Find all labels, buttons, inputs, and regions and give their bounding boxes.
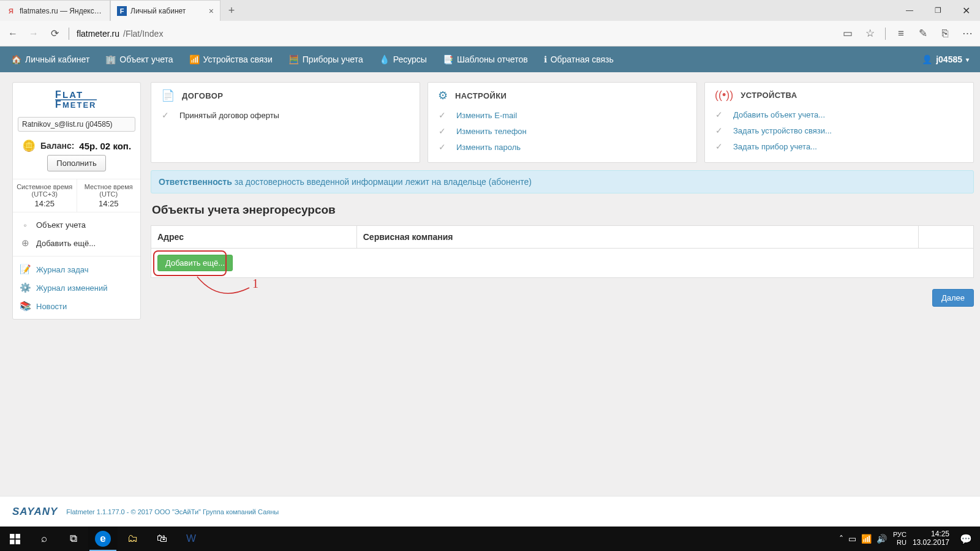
logo: F LAT F METER xyxy=(13,83,140,113)
plus-circle-icon: ⊕ xyxy=(19,238,31,249)
book-icon: 📚 xyxy=(19,301,31,312)
svg-text:METER: METER xyxy=(62,100,97,110)
th-actions xyxy=(919,226,974,249)
more-icon[interactable]: ⋯ xyxy=(960,27,974,40)
devices-set-comm[interactable]: ✓Задать устройство связи... xyxy=(715,122,963,138)
objects-table: Адрес Сервисная компания Добавить ещё...… xyxy=(151,225,974,278)
gear-icon: ⚙ xyxy=(438,89,448,102)
address-bar[interactable]: flatmeter.ru/Flat/Index xyxy=(77,29,834,39)
user-icon: 👤 xyxy=(922,54,932,64)
tray-volume-icon[interactable]: 🔊 xyxy=(876,534,887,544)
pencil-icon: 📝 xyxy=(19,264,31,275)
start-button[interactable] xyxy=(0,527,29,551)
add-more-wrapper: Добавить ещё... 1 xyxy=(157,255,233,271)
new-tab-button[interactable]: + xyxy=(221,0,243,21)
add-more-button[interactable]: Добавить ещё... xyxy=(157,255,233,271)
settings-change-email[interactable]: ✓Изменить E-mail xyxy=(438,107,687,123)
user-email-field[interactable]: Ratnikov_s@list.ru (j04585) xyxy=(18,117,135,132)
dot-icon: ◦ xyxy=(19,220,31,230)
hub-icon[interactable]: ≡ xyxy=(894,28,908,40)
svg-rect-5 xyxy=(10,534,15,539)
next-button[interactable]: Далее xyxy=(932,289,974,307)
check-icon: ✓ xyxy=(438,142,447,152)
sidebar-add-more[interactable]: ⊕Добавить ещё... xyxy=(18,234,135,252)
taskbar-word[interactable]: W xyxy=(176,527,206,551)
nav-personal-cabinet[interactable]: 🏠Личный кабинет xyxy=(11,54,89,64)
broadcast-icon: ((•)) xyxy=(715,89,733,102)
settings-change-phone[interactable]: ✓Изменить телефон xyxy=(438,123,687,139)
favicon-yandex-icon: Я xyxy=(6,6,16,16)
tray-battery-icon[interactable]: ▭ xyxy=(848,534,856,544)
footer-brand: SAYANY xyxy=(12,506,58,517)
balance-value: 45р. 02 коп. xyxy=(79,141,131,151)
reading-view-icon[interactable]: ▭ xyxy=(841,27,854,40)
tray-clock[interactable]: 14:25 13.02.2017 xyxy=(913,530,949,547)
devices-set-meter[interactable]: ✓Задать прибор учета... xyxy=(715,138,963,154)
tab-label: Личный кабинет xyxy=(130,7,205,15)
favorite-icon[interactable]: ☆ xyxy=(863,27,876,40)
signal-icon: 📶 xyxy=(189,54,200,64)
card-settings: ⚙НАСТРОЙКИ ✓Изменить E-mail ✓Изменить те… xyxy=(428,82,697,163)
tab-flatmeter[interactable]: F Личный кабинет × xyxy=(110,0,221,21)
window-minimize-button[interactable]: — xyxy=(895,0,924,21)
forward-icon[interactable]: → xyxy=(27,28,40,39)
nav-resources[interactable]: 💧Ресурсы xyxy=(379,54,427,64)
nav-comm-devices[interactable]: 📶Устройства связи xyxy=(189,54,273,64)
close-tab-icon[interactable]: × xyxy=(209,6,214,16)
taskbar-store[interactable]: 🛍 xyxy=(147,527,176,551)
section-title: Объекты учета энергоресурсов xyxy=(152,203,974,217)
tab-label: flatmates.ru — Яндекс: наш xyxy=(20,7,104,15)
window-maximize-button[interactable]: ❐ xyxy=(924,0,952,21)
browser-toolbar: ← → ⟳ flatmeter.ru/Flat/Index ▭ ☆ ≡ ✎ ⎘ … xyxy=(0,21,980,47)
svg-rect-6 xyxy=(15,534,20,539)
sidebar-object-heading: ◦Объект учета xyxy=(18,216,135,234)
nav-object[interactable]: 🏢Объект учета xyxy=(105,54,173,64)
username: j04585 xyxy=(936,54,962,64)
address-host: flatmeter.ru xyxy=(77,29,119,39)
chevron-down-icon: ▾ xyxy=(966,56,969,63)
webnote-icon[interactable]: ✎ xyxy=(916,27,930,40)
tab-yandex[interactable]: Я flatmates.ru — Яндекс: наш xyxy=(0,0,110,21)
taskbar-explorer[interactable]: 🗂 xyxy=(118,527,147,551)
tray-chevron-up-icon[interactable]: ˄ xyxy=(839,534,843,544)
sidebar: F LAT F METER Ratnikov_s@list.ru (j04585… xyxy=(12,82,141,320)
coins-icon: 🪙 xyxy=(22,139,36,152)
building-icon: 🏢 xyxy=(105,54,116,64)
tray-language[interactable]: РУС RU xyxy=(893,531,907,546)
file-icon: 📄 xyxy=(161,89,175,102)
nav-report-templates[interactable]: 📑Шаблоны отчетов xyxy=(443,54,528,64)
share-icon[interactable]: ⎘ xyxy=(938,28,952,40)
favicon-flatmeter-icon: F xyxy=(117,6,127,16)
sidebar-journal-changes[interactable]: ⚙️Журнал изменений xyxy=(18,279,135,297)
nav-meters[interactable]: 🧮Приборы учета xyxy=(288,54,363,64)
check-icon: ✓ xyxy=(715,126,723,135)
meter-icon: 🧮 xyxy=(288,54,299,64)
settings-change-password[interactable]: ✓Изменить пароль xyxy=(438,139,687,155)
window-close-button[interactable]: ✕ xyxy=(952,0,980,21)
balance: 🪙 Баланс: 45р. 02 коп. xyxy=(13,135,140,155)
check-icon: ✓ xyxy=(715,110,723,119)
page-footer: SAYANY Flatmeter 1.1.177.0 - © 2017 ООО … xyxy=(0,496,980,527)
th-address: Адрес xyxy=(151,226,357,249)
address-path: /Flat/Index xyxy=(123,29,163,39)
devices-add-object[interactable]: ✓Добавить объект учета... xyxy=(715,107,963,122)
action-center-icon[interactable]: 💬 xyxy=(956,527,976,551)
user-menu[interactable]: 👤 j04585 ▾ xyxy=(922,54,969,64)
taskbar-edge[interactable]: e xyxy=(88,527,118,551)
nav-feedback[interactable]: ℹОбратная связь xyxy=(544,54,614,64)
back-icon[interactable]: ← xyxy=(6,28,20,39)
balance-label: Баланс: xyxy=(40,141,74,151)
tray-wifi-icon[interactable]: 📶 xyxy=(861,534,872,544)
taskbar: ⌕ ⧉ e 🗂 🛍 W ˄ ▭ 📶 🔊 РУС RU 14:25 13.02.2… xyxy=(0,527,980,551)
svg-text:F: F xyxy=(55,89,61,100)
info-icon: ℹ xyxy=(544,54,547,64)
refresh-icon[interactable]: ⟳ xyxy=(48,28,61,39)
sidebar-journal-tasks[interactable]: 📝Журнал задач xyxy=(18,260,135,279)
gear-icon: ⚙️ xyxy=(19,282,31,293)
search-icon[interactable]: ⌕ xyxy=(29,527,59,551)
topup-button[interactable]: Пополнить xyxy=(47,155,105,171)
home-icon: 🏠 xyxy=(11,54,21,64)
task-view-icon[interactable]: ⧉ xyxy=(59,527,88,551)
sidebar-news[interactable]: 📚Новости xyxy=(18,297,135,315)
check-icon: ✓ xyxy=(715,141,723,151)
